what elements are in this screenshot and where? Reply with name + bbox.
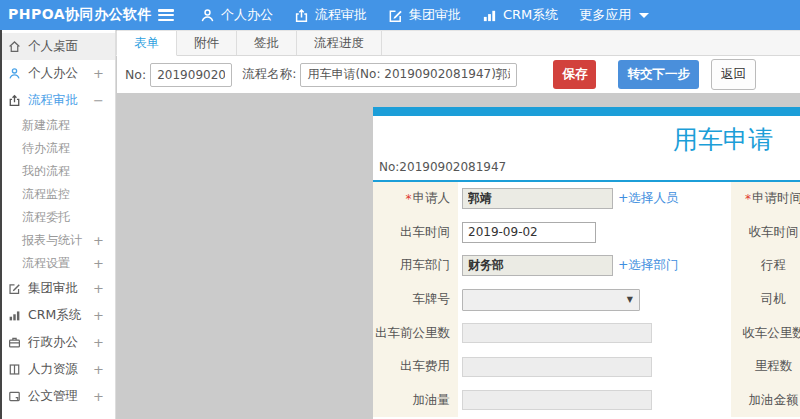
field-cell (458, 383, 731, 417)
label-text: 收车时间 (749, 224, 799, 241)
user-icon (200, 8, 215, 23)
sidebar-subitem-new-workflow[interactable]: 新建流程 (2, 114, 115, 137)
expand-plus-icon[interactable]: + (93, 362, 104, 377)
field-label: 用车部门 (373, 249, 458, 283)
workflow-icon (8, 94, 21, 107)
nav-crm-system[interactable]: CRM系统 (482, 6, 558, 24)
form-row-trip-cost: 出车费用 里程数 (373, 350, 800, 384)
field-cell (458, 316, 731, 350)
form-row-start-mileage: 出车前公里数 收车公里数 (373, 316, 800, 350)
form-row-departure-time: 出车时间 收车时间 (373, 216, 800, 250)
form-header-bar (373, 107, 800, 116)
menu-toggle-icon[interactable] (158, 9, 174, 21)
chart-icon (482, 8, 497, 23)
label-text: 出车费用 (400, 358, 450, 375)
sidebar-item-label: 个人桌面 (28, 38, 78, 55)
field-label: *申请时间 (731, 182, 800, 216)
sidebar-subitem-workflow-monitor[interactable]: 流程监控 (2, 183, 115, 206)
tab-workflow-progress[interactable]: 流程进度 (297, 31, 382, 55)
sidebar-item-personal-desktop[interactable]: 个人桌面 (2, 33, 115, 60)
nav-group-approval[interactable]: 集团审批 (388, 6, 461, 24)
vehicle-request-form: 用车申请 No:20190902081947 *申请人 +选择人员 *申请时间 … (373, 107, 800, 419)
sidebar-item-document-management[interactable]: 公文管理 + (2, 383, 115, 410)
expand-plus-icon[interactable]: + (93, 66, 104, 81)
document-icon (8, 390, 21, 403)
tab-bar: 表单 附件 签批 流程进度 (117, 30, 800, 56)
required-asterisk: * (406, 192, 412, 206)
fuel-amount-input (462, 390, 652, 410)
select-person-link[interactable]: +选择人员 (618, 190, 678, 207)
field-cell (458, 350, 731, 384)
sidebar-item-human-resources[interactable]: 人力资源 + (2, 356, 115, 383)
field-label: 出车前公里数 (373, 316, 458, 350)
caret-down-icon (639, 13, 649, 18)
select-department-link[interactable]: +选择部门 (618, 257, 678, 274)
label-text: 收车公里数 (742, 325, 800, 342)
label-text: 车牌号 (413, 291, 451, 308)
content-area: 表单 附件 签批 流程进度 No: 流程名称: 保存 转交下一步 返回 用车申请… (117, 30, 800, 419)
sidebar-item-label: 我的流程 (22, 163, 70, 180)
label-text: 里程数 (755, 358, 793, 375)
form-number: No:20190902081947 (379, 160, 506, 174)
nav-personal-office[interactable]: 个人办公 (200, 6, 273, 24)
applicant-input (462, 188, 613, 209)
start-mileage-input (462, 323, 652, 343)
edit-icon (388, 8, 403, 23)
field-label: 收车时间 (731, 216, 800, 250)
label-text: 加油量 (413, 392, 451, 409)
expand-plus-icon[interactable]: + (93, 389, 104, 404)
sidebar-item-personal-office[interactable]: 个人办公 + (2, 60, 115, 87)
field-label: 司机 (731, 283, 800, 317)
expand-plus-icon[interactable]: + (93, 233, 104, 248)
sidebar: 个人桌面 个人办公 + 流程审批 − 新建流程 待办流程 我的流程 流程监控 流… (0, 30, 116, 419)
sidebar-item-label: 流程监控 (22, 186, 70, 203)
no-input[interactable] (150, 63, 232, 87)
form-toolbar: No: 流程名称: 保存 转交下一步 返回 (117, 56, 800, 93)
form-row-fuel-amount: 加油量 加油金额 (373, 383, 800, 417)
back-button[interactable]: 返回 (711, 59, 756, 90)
field-label: 加油金额 (731, 383, 800, 417)
nav-label: 集团审批 (409, 6, 461, 24)
forward-next-step-button[interactable]: 转交下一步 (618, 60, 699, 89)
sidebar-item-label: 流程设置 (22, 255, 70, 272)
field-label: *申请人 (373, 182, 458, 216)
sidebar-subitem-reports-statistics[interactable]: 报表与统计+ (2, 229, 115, 252)
tab-attachments[interactable]: 附件 (177, 31, 237, 55)
sidebar-item-label: 个人办公 (28, 65, 78, 82)
departure-date-input[interactable] (462, 222, 596, 243)
sidebar-subitem-my-workflow[interactable]: 我的流程 (2, 160, 115, 183)
expand-plus-icon[interactable]: + (93, 256, 104, 271)
label-text: 申请人 (413, 190, 451, 207)
form-row-department: 用车部门 +选择部门 行程 (373, 249, 800, 283)
sidebar-subitem-pending-workflow[interactable]: 待办流程 (2, 137, 115, 160)
expand-plus-icon[interactable]: + (93, 335, 104, 350)
nav-more-apps[interactable]: 更多应用 (579, 6, 649, 24)
sidebar-subitem-workflow-settings[interactable]: 流程设置+ (2, 252, 115, 275)
license-plate-select[interactable]: ▼ (462, 289, 640, 311)
book-icon (8, 363, 21, 376)
topbar: PHPOA协同办公软件 个人办公 流程审批 集团审批 CRM系统 更多应用 (0, 0, 800, 30)
sidebar-item-workflow-approval[interactable]: 流程审批 − (2, 87, 115, 114)
expand-plus-icon[interactable]: + (93, 281, 104, 296)
field-cell (458, 216, 731, 250)
sidebar-item-label: 流程审批 (28, 92, 78, 109)
tab-signoff[interactable]: 签批 (237, 31, 297, 55)
form-title: 用车申请 (373, 116, 800, 156)
collapse-minus-icon[interactable]: − (93, 93, 104, 108)
workflow-name-input[interactable] (300, 63, 517, 87)
expand-plus-icon[interactable]: + (93, 308, 104, 323)
nav-label: 流程审批 (315, 6, 367, 24)
save-button[interactable]: 保存 (553, 60, 596, 89)
sidebar-item-crm-system[interactable]: CRM系统 + (2, 302, 115, 329)
app-logo[interactable]: PHPOA协同办公软件 (0, 6, 158, 24)
tab-form[interactable]: 表单 (116, 31, 177, 56)
sidebar-item-group-approval[interactable]: 集团审批 + (2, 275, 115, 302)
field-label: 里程数 (731, 350, 800, 384)
sidebar-item-administration[interactable]: 行政办公 + (2, 329, 115, 356)
sidebar-item-label: 新建流程 (22, 117, 70, 134)
workflow-name-label: 流程名称: (242, 66, 296, 83)
workspace: 用车申请 No:20190902081947 *申请人 +选择人员 *申请时间 … (117, 93, 800, 419)
nav-workflow-approval[interactable]: 流程审批 (294, 6, 367, 24)
sidebar-item-label: 行政办公 (28, 334, 78, 351)
sidebar-subitem-workflow-delegate[interactable]: 流程委托 (2, 206, 115, 229)
